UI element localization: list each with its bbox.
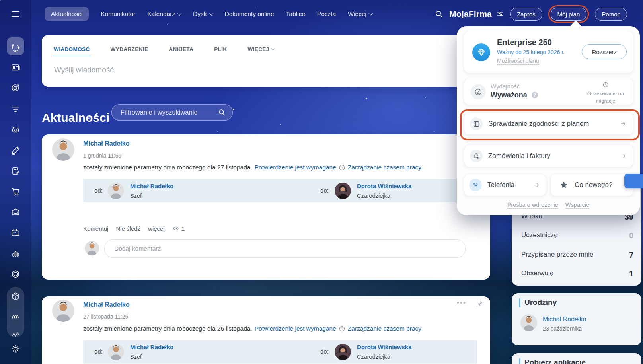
- plan-summary-card: Enterprise 250 Ważny do 25 lutego 2026 r…: [464, 31, 633, 73]
- scribble-sign-icon[interactable]: [10, 311, 21, 321]
- counter-row[interactable]: Uczestniczę 0: [521, 231, 633, 240]
- funnel-icon[interactable]: [10, 104, 21, 114]
- counter-row[interactable]: Obserwuję 1: [521, 269, 633, 278]
- comment-action[interactable]: Komentuj: [83, 225, 108, 232]
- search-icon[interactable]: [218, 108, 226, 117]
- chevron-down-icon: [271, 47, 274, 50]
- avatar[interactable]: [520, 314, 537, 331]
- activity-icon[interactable]: [10, 329, 21, 340]
- comment-input-wrap[interactable]: [104, 239, 466, 258]
- help-question-icon[interactable]: [532, 92, 538, 98]
- counter-row[interactable]: Przypisane przeze mnie 7: [521, 251, 633, 260]
- cart-icon[interactable]: [10, 186, 21, 197]
- chevron-down-icon: [209, 11, 213, 15]
- ai-robot-icon[interactable]: [10, 125, 21, 135]
- nav-item-aktualnosci[interactable]: Aktualności: [45, 7, 89, 21]
- confirmation-link[interactable]: Potwierdzenie jest wymagane: [255, 325, 336, 332]
- portal-name[interactable]: MojaFirma: [449, 9, 492, 19]
- nav-item-poczta[interactable]: Poczta: [317, 10, 336, 18]
- orders-invoices-item[interactable]: Zamówienia i faktury: [464, 145, 633, 167]
- settings-gear-icon[interactable]: [10, 344, 21, 354]
- warehouse-icon[interactable]: [10, 207, 21, 217]
- nav-item-wiecej[interactable]: Więcej: [348, 10, 372, 18]
- feed-icon[interactable]: [10, 43, 21, 53]
- tab-poll[interactable]: ANKIETA: [169, 46, 193, 52]
- avatar[interactable]: [108, 344, 124, 360]
- whats-new-label: Co nowego?: [575, 181, 612, 189]
- feed-post: Michał Radełko 1 grudnia 11:59 zostały z…: [42, 134, 490, 280]
- time-management-link[interactable]: Zarządzanie czasem pracy: [348, 325, 421, 332]
- avatar[interactable]: [335, 183, 351, 199]
- hamburger-menu-icon[interactable]: [10, 9, 21, 19]
- nav-item-tablice[interactable]: Tablice: [286, 10, 305, 18]
- unfollow-action[interactable]: Nie śledź: [116, 225, 140, 232]
- nav-label: Tablice: [286, 10, 305, 18]
- section-accent-bar: [519, 358, 520, 364]
- time-management-link[interactable]: Zarządzanie czasem pracy: [348, 164, 421, 171]
- avatar[interactable]: [335, 344, 351, 360]
- nav-item-kalendarz[interactable]: Kalendarz: [147, 10, 181, 18]
- filter-search-box[interactable]: [111, 104, 233, 121]
- avatar: [85, 241, 99, 255]
- extend-plan-button[interactable]: Rozszerz: [582, 44, 627, 59]
- arrow-right-icon: [620, 120, 627, 127]
- my-plan-popup: Enterprise 250 Ważny do 25 lutego 2026 r…: [457, 26, 640, 215]
- diamond-plan-icon: [472, 43, 490, 61]
- clock-icon: [339, 325, 345, 332]
- sliders-settings-icon[interactable]: [496, 10, 504, 18]
- from-label: od:: [94, 348, 103, 355]
- implementation-request-link[interactable]: Prośba o wdrożenie: [507, 202, 558, 209]
- to-name-link[interactable]: Dorota Wiśniewska: [357, 183, 411, 189]
- avatar[interactable]: [52, 138, 74, 161]
- signature-pen-icon[interactable]: [10, 145, 21, 156]
- tab-event[interactable]: WYDARZENIE: [111, 46, 148, 52]
- schedule-calendar-icon[interactable]: [10, 228, 21, 238]
- plan-name: Enterprise 250: [497, 38, 552, 47]
- cube-icon[interactable]: [10, 291, 21, 302]
- message-input[interactable]: [53, 65, 373, 75]
- nav-item-komunikator[interactable]: Komunikator: [101, 10, 135, 18]
- main-menu: Aktualności Komunikator Kalendarz Dysk D…: [45, 7, 372, 21]
- from-name-link[interactable]: Michał Radełko: [130, 344, 173, 350]
- post-author-link[interactable]: Michał Radełko: [83, 301, 129, 308]
- tab-message[interactable]: WIADOMOŚĆ: [54, 46, 90, 52]
- post-author-link[interactable]: Michał Radełko: [83, 140, 129, 147]
- compose-tabs: WIADOMOŚĆ WYDARZENIE ANKIETA PLIK WIĘCEJ: [54, 46, 274, 52]
- nav-label: Komunikator: [101, 10, 135, 18]
- avatar[interactable]: [52, 300, 74, 322]
- confirmation-link[interactable]: Potwierdzenie jest wymagane: [255, 164, 336, 171]
- search-icon[interactable]: [435, 10, 443, 18]
- nav-item-dokumenty-online[interactable]: Dokumenty online: [225, 10, 274, 18]
- telephony-item[interactable]: Telefonia: [464, 174, 546, 196]
- nav-item-dysk[interactable]: Dysk: [193, 10, 212, 18]
- views-count: 1: [181, 225, 185, 232]
- plan-compliance-item[interactable]: Sprawdzanie zgodności z planem: [464, 113, 633, 135]
- hexagon-icon[interactable]: [10, 269, 21, 279]
- filter-input[interactable]: [120, 108, 218, 117]
- support-link[interactable]: Wsparcie: [565, 202, 589, 209]
- help-button[interactable]: Pomoc: [595, 8, 627, 21]
- tab-file[interactable]: PLIK: [214, 46, 227, 52]
- document-sign-icon[interactable]: [10, 166, 21, 176]
- from-name-link[interactable]: Michał Radełko: [130, 183, 173, 189]
- tab-more[interactable]: WIĘCEJ: [248, 46, 274, 52]
- contact-card-icon[interactable]: [10, 62, 21, 73]
- post-menu-ellipsis-icon[interactable]: •••: [457, 299, 466, 307]
- pin-icon[interactable]: [475, 300, 483, 308]
- comment-input[interactable]: [113, 245, 465, 253]
- birthdays-title: Urodziny: [524, 298, 557, 307]
- my-plan-button[interactable]: Mój plan: [551, 8, 587, 21]
- side-panel-handle[interactable]: [624, 174, 643, 188]
- birthday-person-link[interactable]: Michał Radełko: [543, 316, 586, 323]
- invite-button[interactable]: Zaproś: [510, 8, 542, 21]
- post-body: zostały zmienione parametry dnia robocze…: [83, 164, 421, 171]
- avatar[interactable]: [108, 183, 124, 199]
- to-name-link[interactable]: Dorota Wiśniewska: [357, 344, 411, 350]
- more-action[interactable]: więcej: [148, 225, 165, 232]
- whats-new-item[interactable]: Co nowego?: [550, 174, 633, 196]
- performance-card: Wydajność Wyważona Oczekiwanie na migrac…: [464, 78, 633, 105]
- target-icon[interactable]: [10, 83, 21, 93]
- nav-label: Kalendarz: [147, 10, 175, 18]
- plan-features-link[interactable]: Możliwości planu: [497, 58, 539, 64]
- bar-chart-icon[interactable]: [10, 248, 21, 259]
